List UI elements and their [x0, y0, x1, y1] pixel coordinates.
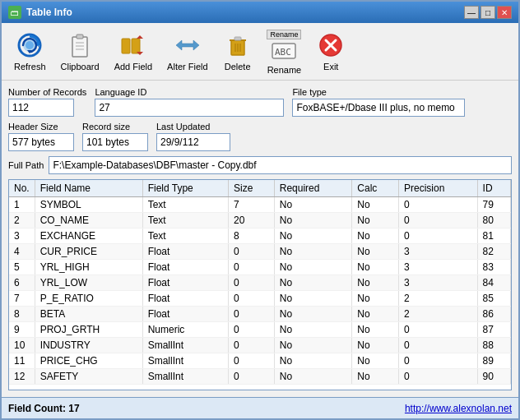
table-cell: Float [142, 244, 228, 260]
table-cell: 0 [399, 322, 478, 338]
header-size-label: Header Size [8, 122, 74, 132]
table-row[interactable]: 12SAFETYSmallInt0NoNo090 [9, 369, 511, 385]
full-path-input[interactable] [49, 156, 512, 174]
table-row[interactable]: 8BETAFloat0NoNo286 [9, 307, 511, 322]
table-row[interactable]: 4CUR_PRICEFloat0NoNo382 [9, 244, 511, 260]
table-cell: 82 [477, 244, 510, 260]
table-cell: 86 [477, 307, 510, 322]
table-cell: 0 [399, 338, 478, 353]
table-cell: 0 [229, 369, 275, 385]
table-cell: INDUSTRY [35, 338, 142, 353]
table-row[interactable]: 9PROJ_GRTHNumeric0NoNo087 [9, 322, 511, 338]
exit-label: Exit [323, 62, 338, 72]
rename-button[interactable]: Rename ABC Rename [262, 27, 308, 76]
close-button[interactable]: ✕ [497, 6, 512, 19]
table-cell: No [274, 369, 352, 385]
table-cell: 3 [399, 244, 478, 260]
table-row[interactable]: 5YRL_HIGHFloat0NoNo383 [9, 260, 511, 275]
table-cell: SAFETY [35, 369, 142, 385]
table-cell: CUR_PRICE [35, 244, 142, 260]
table-cell: 79 [477, 197, 510, 213]
add-field-button[interactable]: Add Field [109, 27, 158, 76]
delete-label: Delete [225, 62, 251, 72]
table-cell: 0 [399, 197, 478, 213]
table-cell: CO_NAME [35, 213, 142, 228]
table-cell: No [352, 228, 399, 244]
fields-table-container[interactable]: No. Field Name Field Type Size Required … [8, 179, 512, 390]
language-id-input[interactable] [95, 99, 284, 117]
rename-label: Rename [267, 65, 302, 75]
table-cell: No [352, 291, 399, 307]
table-row[interactable]: 2CO_NAMEText20NoNo080 [9, 213, 511, 228]
title-controls: — □ ✕ [464, 6, 512, 19]
refresh-label: Refresh [14, 62, 46, 72]
table-cell: 88 [477, 338, 510, 353]
alter-field-label: Alter Field [167, 62, 208, 72]
table-cell: 85 [477, 291, 510, 307]
svg-rect-6 [77, 35, 83, 39]
table-cell: 0 [229, 338, 275, 353]
col-no: No. [9, 180, 35, 197]
table-cell: 89 [477, 353, 510, 369]
table-cell: No [352, 213, 399, 228]
table-cell: 5 [9, 260, 35, 275]
minimize-button[interactable]: — [464, 6, 479, 19]
record-size-label: Record size [82, 122, 148, 132]
table-row[interactable]: 1SYMBOLText7NoNo079 [9, 197, 511, 213]
last-updated-label: Last Updated [156, 122, 230, 132]
clipboard-icon [67, 32, 93, 58]
file-type-label: File type [292, 87, 465, 97]
table-cell: 0 [399, 353, 478, 369]
clipboard-button[interactable]: Clipboard [55, 27, 105, 76]
table-cell: SmallInt [142, 369, 228, 385]
last-updated-input[interactable] [156, 133, 230, 151]
table-cell: 2 [9, 213, 35, 228]
clipboard-label: Clipboard [61, 62, 100, 72]
table-cell: 8 [229, 228, 275, 244]
table-cell: No [352, 322, 399, 338]
table-cell: No [274, 228, 352, 244]
table-cell: No [274, 338, 352, 353]
file-type-input[interactable] [292, 99, 465, 117]
col-required: Required [274, 180, 352, 197]
svg-rect-17 [234, 37, 241, 40]
table-cell: Float [142, 291, 228, 307]
full-path-label: Full Path [8, 160, 44, 170]
table-cell: No [274, 213, 352, 228]
field-record-size: Record size [82, 122, 148, 151]
exit-button[interactable]: Exit [310, 27, 351, 76]
svg-rect-11 [132, 39, 140, 53]
refresh-icon [16, 32, 43, 58]
table-row[interactable]: 6YRL_LOWFloat0NoNo384 [9, 275, 511, 291]
maximize-button[interactable]: □ [481, 6, 495, 19]
table-row[interactable]: 3EXCHANGEText8NoNo081 [9, 228, 511, 244]
refresh-button[interactable]: Refresh [8, 27, 52, 76]
title-bar-left: 🗃 Table Info [8, 6, 72, 19]
col-precision: Precision [399, 180, 478, 197]
number-of-records-input[interactable] [8, 99, 74, 117]
title-bar: 🗃 Table Info — □ ✕ [2, 2, 518, 23]
col-field-name: Field Name [35, 180, 142, 197]
table-row[interactable]: 10INDUSTRYSmallInt0NoNo088 [9, 338, 511, 353]
col-id: ID [477, 180, 510, 197]
table-row[interactable]: 7P_E_RATIOFloat0NoNo285 [9, 291, 511, 307]
alter-field-button[interactable]: Alter Field [161, 27, 214, 76]
record-size-input[interactable] [82, 133, 148, 151]
website-link[interactable]: http://www.alexnolan.net [405, 403, 512, 414]
table-cell: No [274, 322, 352, 338]
col-size: Size [229, 180, 275, 197]
table-cell: Text [142, 228, 228, 244]
table-cell: 0 [229, 260, 275, 275]
table-cell: 2 [399, 291, 478, 307]
field-last-updated: Last Updated [156, 122, 230, 151]
svg-text:ABC: ABC [275, 47, 291, 58]
table-cell: YRL_LOW [35, 275, 142, 291]
header-size-input[interactable] [8, 133, 74, 151]
table-cell: No [274, 353, 352, 369]
table-cell: 3 [399, 275, 478, 291]
table-row[interactable]: 11PRICE_CHGSmallInt0NoNo089 [9, 353, 511, 369]
svg-point-3 [26, 41, 34, 49]
table-cell: 12 [9, 369, 35, 385]
table-cell: 9 [9, 322, 35, 338]
delete-button[interactable]: Delete [217, 27, 258, 76]
